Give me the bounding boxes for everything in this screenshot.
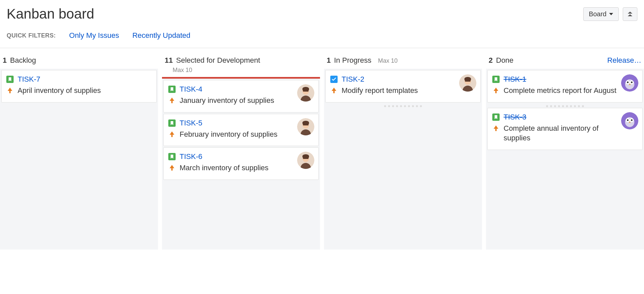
filter-recently-updated[interactable]: Recently Updated: [132, 31, 191, 40]
page-title: Kanban board: [7, 6, 94, 22]
header-actions: Board: [583, 7, 637, 21]
column-name: Selected for Development: [176, 56, 260, 65]
story-type-icon: [492, 76, 500, 83]
issue-summary: April inventory of supplies: [18, 86, 121, 96]
column: 2DoneRelease… TISK-1Complete metrics rep…: [486, 56, 644, 250]
story-type-icon: [6, 76, 14, 83]
story-type-icon: [168, 153, 176, 160]
assignee-avatar[interactable]: [621, 112, 638, 129]
quick-filters-label: QUICK FILTERS:: [7, 32, 56, 39]
assignee-avatar[interactable]: [297, 118, 314, 135]
issue-key[interactable]: TISK-2: [342, 75, 364, 84]
column-name: In Progress: [334, 56, 371, 65]
column: 11Selected for DevelopmentMax 10 TISK-4J…: [162, 56, 320, 250]
column-name: Backlog: [10, 56, 36, 65]
issue-key[interactable]: TISK-6: [180, 152, 202, 161]
column-count: 1: [3, 56, 7, 65]
column-body: TISK-1Complete metrics report for August…: [486, 69, 644, 250]
column-max: Max 10: [162, 67, 320, 74]
issue-key[interactable]: TISK-5: [180, 119, 202, 127]
column: 1Backlog TISK-7April inventory of suppli…: [0, 56, 158, 250]
svg-point-19: [631, 119, 633, 121]
issue-key[interactable]: TISK-7: [18, 75, 40, 84]
board-dropdown[interactable]: Board: [583, 7, 619, 21]
chevrons-up-icon: [628, 11, 632, 17]
collapse-button[interactable]: [623, 7, 637, 21]
issue-card[interactable]: TISK-7April inventory of supplies: [1, 70, 157, 103]
release-link[interactable]: Release…: [607, 56, 641, 65]
priority-icon: [168, 163, 176, 170]
column-body: TISK-4January inventory of supplies TISK…: [162, 77, 320, 250]
column-count: 2: [489, 56, 493, 65]
column-header: 2DoneRelease…: [486, 56, 644, 69]
card-day-dots: [325, 104, 481, 108]
task-type-icon: [330, 76, 338, 83]
card-day-dots: [487, 104, 643, 108]
assignee-avatar[interactable]: [459, 74, 476, 92]
assignee-avatar[interactable]: [297, 84, 314, 102]
column-body: TISK-7April inventory of supplies: [0, 69, 158, 250]
priority-icon: [492, 86, 500, 93]
issue-summary: Modify report templates: [342, 86, 438, 96]
issue-summary: January inventory of supplies: [180, 96, 294, 106]
column-body: TISK-2Modify report templates: [324, 69, 482, 250]
column-count: 11: [165, 56, 173, 65]
story-type-icon: [168, 119, 176, 127]
priority-icon: [6, 86, 14, 93]
column-count: 1: [327, 56, 331, 65]
column-name: Done: [496, 56, 514, 65]
issue-summary: Complete metrics report for August: [504, 86, 636, 96]
assignee-avatar[interactable]: [621, 74, 638, 92]
issue-card[interactable]: TISK-2Modify report templates: [325, 70, 481, 103]
issue-card[interactable]: TISK-6March inventory of supplies: [163, 147, 319, 180]
issue-card[interactable]: TISK-1Complete metrics report for August: [487, 70, 643, 103]
priority-icon: [330, 86, 338, 93]
issue-summary: March inventory of supplies: [180, 163, 288, 173]
priority-icon: [168, 129, 176, 137]
story-type-icon: [492, 113, 500, 121]
filter-only-my-issues[interactable]: Only My Issues: [69, 31, 119, 40]
assignee-avatar[interactable]: [297, 152, 314, 169]
priority-icon: [168, 96, 176, 103]
column: 1In ProgressMax 10 TISK-2Modify report t…: [324, 56, 482, 250]
issue-summary: Complete annual inventory of supplies: [504, 123, 638, 143]
story-type-icon: [168, 86, 176, 93]
issue-card[interactable]: TISK-3Complete annual inventory of suppl…: [487, 108, 643, 150]
issue-summary: February inventory of supplies: [180, 129, 297, 139]
issue-key[interactable]: TISK-4: [180, 85, 202, 94]
board-dropdown-label: Board: [589, 10, 606, 18]
issue-key[interactable]: TISK-1: [504, 75, 526, 84]
column-header: 1Backlog: [0, 56, 158, 69]
issue-card[interactable]: TISK-5February inventory of supplies: [163, 114, 319, 146]
svg-point-13: [631, 82, 633, 83]
svg-point-18: [627, 119, 629, 121]
issue-card[interactable]: TISK-4January inventory of supplies: [163, 80, 319, 112]
issue-key[interactable]: TISK-3: [504, 113, 526, 121]
column-max: Max 10: [378, 57, 398, 64]
priority-icon: [492, 123, 500, 131]
column-header: 1In ProgressMax 10: [324, 56, 482, 69]
caret-down-icon: [609, 13, 613, 15]
svg-point-12: [627, 82, 629, 83]
quick-filters: QUICK FILTERS: Only My Issues Recently U…: [7, 31, 637, 40]
